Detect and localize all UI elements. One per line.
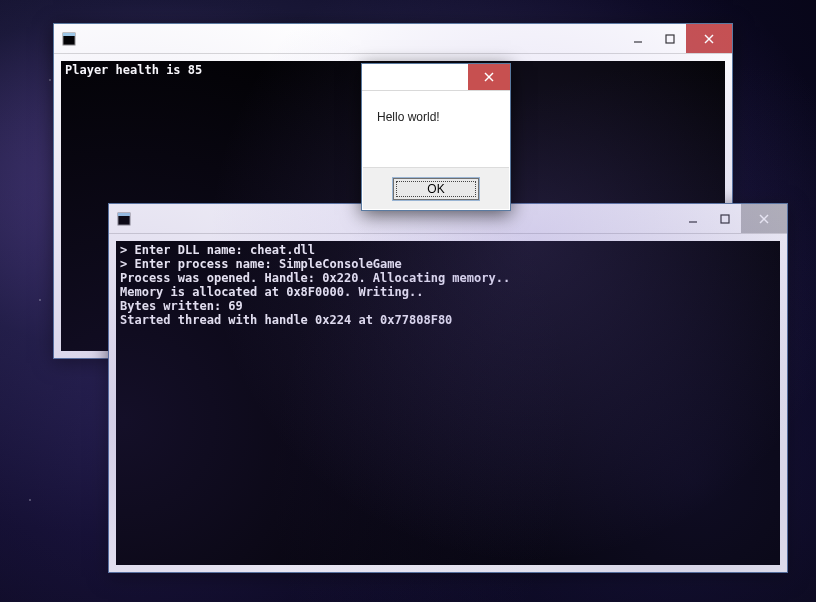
injector-window-controls	[677, 204, 787, 233]
console-app-icon	[109, 204, 139, 233]
svg-rect-1	[63, 33, 75, 36]
close-button[interactable]	[741, 204, 787, 233]
game-window-controls	[622, 24, 732, 53]
maximize-button[interactable]	[709, 204, 741, 233]
dialog-titlebar[interactable]	[362, 64, 510, 91]
message-dialog: Hello world! OK	[361, 63, 511, 211]
ok-button[interactable]: OK	[393, 178, 479, 200]
svg-rect-11	[721, 215, 729, 223]
close-button[interactable]	[686, 24, 732, 53]
injector-console-window: > Enter DLL name: cheat.dll > Enter proc…	[108, 203, 788, 573]
game-window-titlebar[interactable]	[54, 24, 732, 54]
console-app-icon	[54, 24, 84, 53]
dialog-button-row: OK	[363, 167, 509, 209]
dialog-title	[362, 64, 468, 90]
dialog-close-button[interactable]	[468, 64, 510, 90]
dialog-message: Hello world!	[363, 92, 509, 167]
injector-console-output: > Enter DLL name: cheat.dll > Enter proc…	[116, 241, 780, 565]
dialog-window-controls	[468, 64, 510, 90]
minimize-button[interactable]	[622, 24, 654, 53]
game-window-title	[84, 24, 622, 53]
svg-rect-3	[666, 35, 674, 43]
minimize-button[interactable]	[677, 204, 709, 233]
dialog-body: Hello world! OK	[363, 92, 509, 209]
svg-rect-9	[118, 213, 130, 216]
maximize-button[interactable]	[654, 24, 686, 53]
